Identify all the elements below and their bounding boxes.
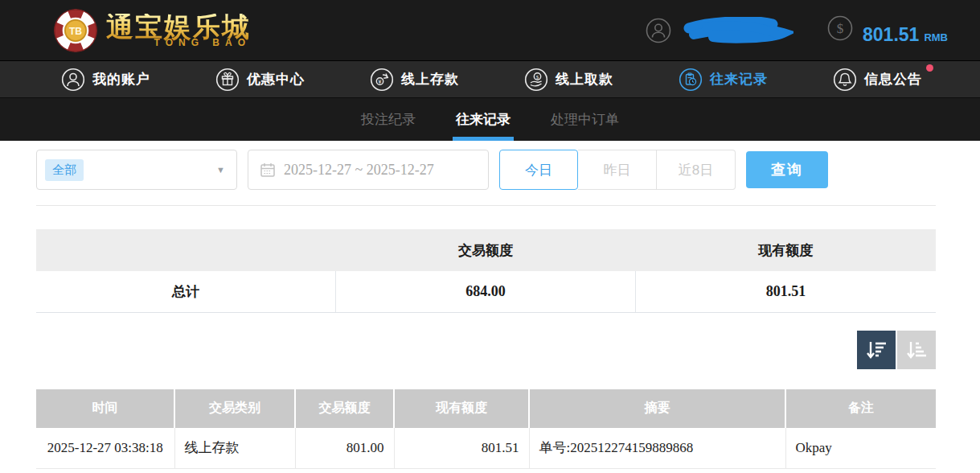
yesterday-button[interactable]: 昨日	[578, 150, 657, 190]
sort-ascending-button[interactable]	[897, 331, 936, 369]
balance-display[interactable]: $ 801.51 RMB	[827, 15, 948, 46]
dollar-coin-icon: $	[827, 15, 853, 41]
svg-text:TB: TB	[69, 25, 82, 36]
cell-balance: 801.51	[394, 428, 529, 469]
sort-descending-button[interactable]	[857, 331, 896, 369]
gift-icon	[215, 68, 240, 92]
poker-chip-icon: TB	[53, 8, 98, 53]
records-table: 时间 交易类别 交易额度 现有额度 摘要 备注 2025-12-27 03:38…	[36, 389, 936, 470]
summary-current-amount: 801.51	[635, 271, 936, 312]
summary-table: 交易额度 现有额度 总计 684.00 801.51	[36, 229, 936, 313]
query-button[interactable]: 查询	[746, 151, 828, 188]
chevron-down-icon: ▼	[216, 165, 225, 175]
divider	[36, 205, 936, 206]
cell-summary: 单号:202512274159889868	[529, 428, 785, 469]
summary-total-label: 总计	[36, 271, 336, 312]
last-8-days-button[interactable]: 近8日	[657, 150, 736, 190]
tab-pending-orders[interactable]: 处理中订单	[549, 98, 621, 141]
nav-item-online-withdrawal[interactable]: $ 线上取款	[524, 68, 613, 92]
col-type: 交易类别	[174, 389, 295, 428]
nav-label: 优惠中心	[247, 70, 305, 88]
svg-text:$: $	[837, 21, 844, 36]
table-row: 2025-12-27 03:38:18 线上存款 801.00 801.51 单…	[36, 428, 936, 469]
deposit-coin-icon: ¥	[370, 68, 394, 92]
notification-dot	[926, 64, 933, 72]
col-summary: 摘要	[529, 389, 785, 428]
bell-icon	[833, 68, 857, 92]
transaction-type-select[interactable]: 全部 ▼	[36, 150, 237, 190]
user-account-icon[interactable]	[646, 18, 671, 43]
selected-type-chip: 全部	[45, 159, 84, 181]
balance-currency: RMB	[924, 31, 948, 43]
cell-amount: 801.00	[295, 428, 394, 469]
records-header-row: 时间 交易类别 交易额度 现有额度 摘要 备注	[36, 389, 936, 428]
nav-label: 线上取款	[556, 70, 613, 88]
balance-amount: 801.51	[863, 24, 919, 46]
nav-item-announcements[interactable]: 信息公告	[833, 68, 922, 92]
sort-asc-icon	[904, 338, 929, 362]
nav-label: 我的账户	[92, 70, 150, 88]
summary-header-empty	[36, 229, 336, 271]
summary-total-row: 总计 684.00 801.51	[36, 271, 936, 312]
calendar-icon	[260, 162, 276, 178]
brand-logo[interactable]: TB 通宝娱乐城 TONG BAO	[53, 8, 251, 53]
col-balance: 现有额度	[394, 389, 529, 428]
username-redaction-scribble	[683, 17, 793, 44]
withdraw-hand-icon: $	[524, 68, 548, 92]
summary-header-transaction-amount: 交易额度	[336, 229, 636, 271]
tab-transaction-records[interactable]: 往来记录	[454, 98, 512, 141]
top-header: TB 通宝娱乐城 TONG BAO $ 801.51 RMB	[0, 0, 980, 61]
col-amount: 交易额度	[295, 389, 394, 428]
nav-item-my-account[interactable]: 我的账户	[61, 68, 150, 92]
nav-item-transaction-records[interactable]: 往来记录	[679, 68, 768, 92]
tab-betting-records[interactable]: 投注纪录	[359, 98, 417, 141]
nav-label: 线上存款	[401, 70, 459, 88]
col-note: 备注	[785, 389, 936, 428]
sub-navigation: 投注纪录 往来记录 处理中订单	[0, 98, 980, 141]
nav-item-promotions[interactable]: 优惠中心	[215, 68, 305, 92]
records-clipboard-icon	[679, 68, 703, 92]
nav-item-online-deposit[interactable]: ¥ 线上存款	[370, 68, 459, 92]
quick-date-button-group: 今日 昨日 近8日	[499, 150, 736, 190]
cell-time: 2025-12-27 03:38:18	[36, 428, 174, 469]
summary-header-current-amount: 现有额度	[635, 229, 936, 271]
sort-desc-icon	[864, 338, 888, 362]
filter-bar: 全部 ▼ 2025-12-27 ~ 2025-12-27 今日 昨日 近8日 查…	[36, 150, 980, 190]
cell-note: Okpay	[785, 428, 936, 469]
brand-subname: TONG BAO	[154, 38, 251, 47]
today-button[interactable]: 今日	[499, 150, 578, 190]
sort-controls	[36, 331, 936, 369]
summary-header-row: 交易额度 现有额度	[36, 229, 936, 271]
nav-label: 往来记录	[710, 70, 768, 88]
user-icon	[61, 68, 85, 92]
cell-type: 线上存款	[174, 428, 295, 469]
date-range-value: 2025-12-27 ~ 2025-12-27	[284, 162, 434, 179]
main-navigation: 我的账户 优惠中心 ¥ 线上存款 $ 线上取款	[0, 61, 980, 98]
date-range-input[interactable]: 2025-12-27 ~ 2025-12-27	[248, 150, 489, 190]
svg-text:¥: ¥	[379, 78, 382, 84]
col-time: 时间	[36, 389, 174, 428]
nav-label: 信息公告	[864, 70, 922, 88]
summary-transaction-amount: 684.00	[336, 271, 636, 312]
svg-text:$: $	[536, 73, 539, 80]
main-content: 全部 ▼ 2025-12-27 ~ 2025-12-27 今日 昨日 近8日 查…	[0, 141, 980, 469]
